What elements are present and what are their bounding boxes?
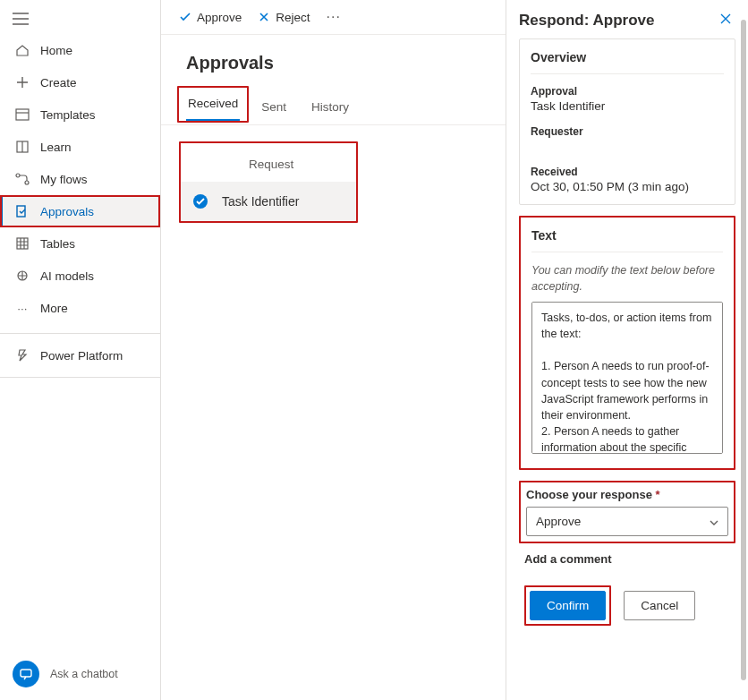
hamburger-menu-icon[interactable] [0,0,160,34]
received-label: Received [531,166,724,178]
sidebar-item-label: Learn [40,141,72,154]
requester-value [531,140,724,153]
add-comment-label: Add a comment [524,552,730,566]
page-title: Approvals [161,35,506,86]
more-icon: ··· [15,301,30,315]
response-text-input[interactable] [531,302,723,454]
ask-chatbot[interactable]: Ask a chatbot [0,648,160,700]
request-row[interactable]: Task Identifier [181,182,356,221]
flow-icon [15,172,30,186]
approve-label: Approve [197,11,242,24]
close-panel-button[interactable] [716,9,735,31]
panel-title: Respond: Approve [519,12,654,30]
sidebar-item-power-platform[interactable]: Power Platform [0,339,160,371]
choose-response-label: Choose your response * [526,488,728,501]
svg-point-2 [16,174,20,177]
x-icon [258,11,270,23]
plus-icon [15,75,30,90]
templates-icon [15,107,30,122]
sidebar-item-learn[interactable]: Learn [0,131,160,163]
approval-label: Approval [531,85,724,98]
sidebar-item-my-flows[interactable]: My flows [0,163,160,195]
received-value: Oct 30, 01:50 PM (3 min ago) [531,180,724,193]
home-icon [15,43,30,57]
sidebar-item-ai-models[interactable]: AI models [0,260,160,292]
response-select-value: Approve [526,507,728,536]
sidebar-item-label: Power Platform [40,349,123,363]
confirm-button[interactable]: Confirm [530,591,606,620]
power-platform-icon [15,348,30,363]
chatbot-label: Ask a chatbot [50,668,118,680]
row-selected-check-icon [193,194,208,209]
tab-history[interactable]: History [310,91,351,124]
overview-header: Overview [531,50,724,74]
sidebar-item-more[interactable]: ··· More [0,292,160,324]
add-comment-section: Add a comment [519,552,735,571]
sidebar-item-label: Templates [40,108,96,122]
choose-response-section: Choose your response * Approve [519,481,735,543]
reject-label: Reject [276,11,310,24]
command-bar: Approve Reject ··· [161,0,506,35]
sidebar-item-tables[interactable]: Tables [0,227,160,260]
tab-sent[interactable]: Sent [259,91,288,124]
svg-rect-5 [17,238,28,249]
sidebar-item-label: AI models [40,269,94,283]
approval-value: Task Identifier [531,99,724,113]
approvals-icon [15,204,30,218]
sidebar-item-label: Home [40,44,72,57]
sidebar-item-home[interactable]: Home [0,34,160,66]
main-column: Approve Reject ··· Approvals Received Re… [161,0,506,700]
chevron-down-icon [709,514,719,530]
text-header: Text [531,228,723,252]
sidebar-item-approvals[interactable]: Approvals [0,195,160,227]
approve-button[interactable]: Approve [179,11,242,24]
book-icon [15,140,30,154]
request-column-header: Request [181,143,356,182]
svg-rect-0 [16,109,29,120]
sidebar-item-create[interactable]: Create [0,66,160,98]
more-commands-button[interactable]: ··· [327,9,341,25]
svg-rect-7 [21,670,31,677]
left-sidebar: Home Create Templates Learn My flows [0,0,161,700]
sidebar-item-label: Tables [40,237,75,251]
ai-icon [15,269,30,283]
requester-label: Requester [531,125,724,138]
respond-panel: Respond: Approve Overview Approval Task … [506,0,748,700]
sidebar-item-label: My flows [40,173,88,186]
request-title: Task Identifier [222,194,299,209]
check-icon [179,11,191,23]
response-select[interactable]: Approve [526,507,728,536]
text-card: Text You can modify the text below befor… [519,216,735,470]
required-asterisk: * [656,488,660,501]
sidebar-item-templates[interactable]: Templates [0,98,160,131]
svg-point-3 [25,181,29,184]
reject-button[interactable]: Reject [258,11,310,24]
chatbot-icon [13,661,39,687]
tables-icon [15,236,30,251]
text-help: You can modify the text below before acc… [531,263,723,295]
sidebar-item-label: Create [40,76,77,90]
sidebar-item-label: Approvals [40,205,94,218]
overview-card: Overview Approval Task Identifier Reques… [519,38,735,205]
request-list-block: Request Task Identifier [179,141,358,223]
cancel-button[interactable]: Cancel [624,591,695,620]
sidebar-item-label: More [40,302,68,315]
